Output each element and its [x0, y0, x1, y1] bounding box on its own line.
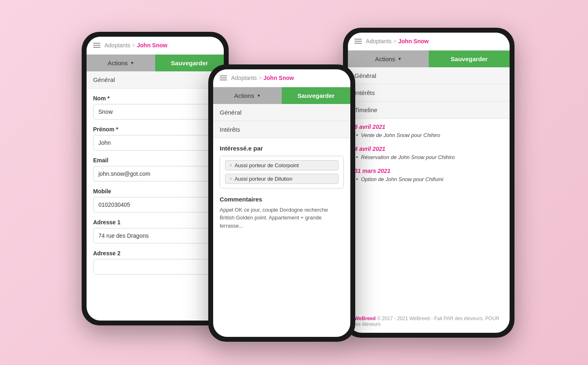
timeline-entry-1: 4 avril 2021 Réservation de John Snow po…: [354, 146, 503, 161]
dropdown-arrow: ▼: [130, 61, 134, 65]
dropdown-arrow-r: ▼: [398, 57, 402, 61]
tag-remove-colorpoint[interactable]: ×: [229, 163, 232, 168]
phone-left: Adoptants > John Snow Actions ▼ Sauvegar…: [82, 32, 229, 325]
timeline-date-0: 6 avril 2021: [354, 124, 503, 130]
nav-bar-right: Adoptants > John Snow: [348, 33, 510, 51]
email-input[interactable]: [93, 166, 217, 181]
hamburger-icon-center[interactable]: [220, 75, 227, 80]
adresse2-input[interactable]: [93, 259, 217, 274]
breadcrumb-current: John Snow: [137, 42, 167, 49]
action-bar-left: Actions ▼ Sauvegarder: [87, 55, 224, 71]
actions-button-center[interactable]: Actions ▼: [213, 87, 282, 104]
dropdown-arrow-c: ▼: [257, 93, 261, 98]
tag-dilution[interactable]: × Aussi porteur de Dilution: [225, 174, 339, 184]
adresse1-label: Adresse 1: [93, 219, 217, 226]
form-left: Nom * Prénom * Email Mobile Adresse 1: [87, 88, 224, 321]
breadcrumb-right: Adoptants > John Snow: [366, 38, 429, 44]
field-adresse1: Adresse 1: [93, 219, 217, 243]
save-button-right[interactable]: Sauvegarder: [429, 51, 510, 67]
brand-label: WeBreed: [354, 316, 376, 321]
timeline-date-1: 4 avril 2021: [354, 146, 503, 152]
timeline-item-0: Vente de John Snow pour Chihiro: [354, 132, 503, 139]
mobile-input[interactable]: [93, 197, 217, 212]
breadcrumb-parent-c: Adoptants: [231, 75, 257, 81]
hamburger-icon-right[interactable]: [354, 39, 362, 44]
tag-label-colorpoint: Aussi porteur de Colorpoint: [234, 162, 299, 168]
breadcrumb-parent: Adoptants: [105, 42, 130, 49]
breadcrumb-parent-r: Adoptants: [366, 38, 392, 44]
prenom-label: Prénom *: [93, 126, 217, 133]
field-prenom: Prénom *: [93, 126, 217, 150]
mobile-label: Mobile: [93, 188, 217, 195]
timeline-entry-0: 6 avril 2021 Vente de John Snow pour Chi…: [354, 124, 503, 139]
interests-label: Intéressé.e par: [220, 145, 344, 152]
section-interests-right: Intérêts: [348, 84, 510, 102]
hamburger-icon[interactable]: [93, 43, 100, 48]
phone-center: Adoptants > John Snow Actions ▼ Sauvegar…: [208, 64, 355, 342]
prenom-input[interactable]: [93, 135, 217, 150]
comments-text: Appel OK ce jour, couple Dordogne recher…: [220, 206, 344, 230]
timeline-entry-2: 31 mars 2021 Option de John Snow pour Ch…: [354, 168, 503, 183]
breadcrumb-sep-r: >: [393, 38, 396, 44]
field-nom: Nom *: [93, 95, 217, 119]
actions-button-right[interactable]: Actions ▼: [348, 51, 429, 67]
breadcrumb-left: Adoptants > John Snow: [105, 42, 167, 49]
comments-section: Commentaires Appel OK ce jour, couple Do…: [220, 196, 344, 230]
adresse2-label: Adresse 2: [93, 250, 217, 257]
breadcrumb-sep: >: [132, 42, 135, 49]
timeline-date-2: 31 mars 2021: [354, 168, 503, 174]
breadcrumb-center: Adoptants > John Snow: [231, 75, 294, 81]
timeline-content: 6 avril 2021 Vente de John Snow pour Chi…: [348, 119, 510, 312]
nav-bar-left: Adoptants > John Snow: [87, 37, 224, 55]
nom-input[interactable]: [93, 104, 217, 119]
phone-right: Adoptants > John Snow Actions ▼ Sauvegar…: [343, 28, 514, 338]
nav-bar-center: Adoptants > John Snow: [213, 69, 350, 87]
footer: WeBreed © 2017 - 2021 WeBreed - Fait PAR…: [348, 312, 510, 333]
section-general-right: Général: [348, 67, 510, 84]
interests-content: Intéressé.e par × Aussi porteur de Color…: [213, 138, 350, 337]
save-button-center[interactable]: Sauvegarder: [282, 87, 350, 104]
action-bar-right: Actions ▼ Sauvegarder: [348, 51, 510, 67]
comments-label: Commentaires: [220, 196, 344, 203]
section-interests-center: Intérêts: [213, 121, 350, 138]
breadcrumb-current-r: John Snow: [398, 38, 429, 44]
breadcrumb-sep-c: >: [258, 75, 262, 81]
field-email: Email: [93, 157, 217, 181]
timeline-item-1: Réservation de John Snow pour Chihiro: [354, 154, 503, 161]
section-timeline-right: Timeline: [348, 102, 510, 119]
field-mobile: Mobile: [93, 188, 217, 212]
actions-button-left[interactable]: Actions ▼: [87, 55, 155, 71]
email-label: Email: [93, 157, 217, 164]
tag-remove-dilution[interactable]: ×: [229, 176, 232, 181]
tag-colorpoint[interactable]: × Aussi porteur de Colorpoint: [225, 160, 339, 170]
nom-label: Nom *: [93, 95, 217, 102]
save-button-left[interactable]: Sauvegarder: [155, 55, 224, 71]
timeline-item-2: Option de John Snow pour Chifumi: [354, 176, 503, 183]
adresse1-input[interactable]: [93, 228, 217, 243]
tag-label-dilution: Aussi porteur de Dilution: [234, 176, 292, 182]
section-general-center: Général: [213, 104, 350, 121]
copyright-text: © 2017 - 2021 WeBreed - Fait PAR des éle…: [354, 316, 499, 327]
section-general-left: Général: [87, 71, 224, 88]
breadcrumb-current-c: John Snow: [263, 75, 294, 81]
field-adresse2: Adresse 2: [93, 250, 217, 274]
action-bar-center: Actions ▼ Sauvegarder: [213, 87, 350, 104]
tags-container: × Aussi porteur de Colorpoint × Aussi po…: [220, 156, 344, 188]
